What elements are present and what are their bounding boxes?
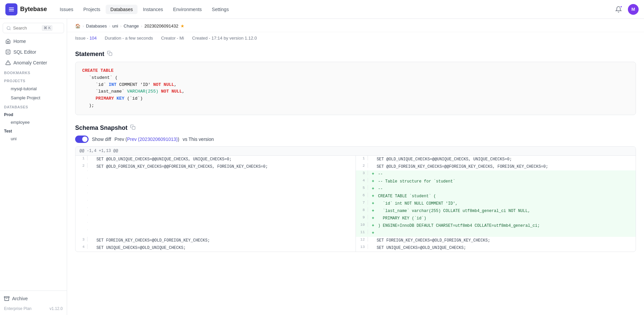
diff-left-line-empty (75, 170, 356, 178)
search-kbd: ⌘ K (42, 25, 52, 31)
schema-snapshot-title: Schema Snapshot (75, 124, 636, 132)
search-input[interactable] (13, 25, 40, 31)
databases-section: Databases (0, 102, 67, 110)
nav-item-environments[interactable]: Environments (168, 5, 207, 14)
archive-label: Archive (12, 296, 28, 301)
nav-item-instances[interactable]: Instances (138, 5, 168, 14)
svg-rect-1 (6, 50, 10, 54)
top-nav: Bytebase Issues Projects Databases Insta… (0, 0, 644, 19)
sidebar: ⌘ K Home SQL Editor Anomaly Center Bookm… (0, 19, 67, 315)
show-diff-row: Show diff Prev (Prev (20230206091013)) v… (75, 136, 636, 143)
diff-left-line: 2 SET @OLD_FOREIGN_KEY_CHECKS=@@FOREIGN_… (75, 163, 356, 170)
statement-section-title: Statement (75, 51, 636, 58)
diff-right-line-added: 4+ -- Table structure for `student` (356, 178, 636, 185)
version-label: v1.12.0 (50, 306, 63, 311)
diff-left-line-empty (75, 185, 356, 193)
diff-header: @@ -1,4 +1,13 @@ (75, 147, 636, 156)
logo[interactable]: Bytebase (5, 3, 47, 15)
created-meta: Created - 17:14 by version 1.12.0 (192, 36, 257, 41)
logo-icon (5, 3, 17, 15)
svg-rect-6 (109, 53, 112, 56)
bookmarks-section: Bookmarks (0, 68, 67, 76)
uni-breadcrumb[interactable]: uni (112, 23, 118, 29)
diff-left-line-empty (75, 207, 356, 215)
svg-point-0 (7, 26, 10, 29)
duration-meta: Duration - a few seconds (105, 36, 153, 41)
anomaly-center-icon (5, 60, 11, 65)
nav-item-settings[interactable]: Settings (207, 5, 234, 14)
diff-right-line-added: 8+ `last_name` varchar(255) COLLATE utf8… (356, 207, 636, 215)
diff-right-line-added: 11+ (356, 229, 636, 237)
diff-left-line-empty (75, 215, 356, 222)
diff-left-line-empty (75, 222, 356, 229)
main-content: 🏠 › Databases › uni › Change › 202302060… (67, 19, 644, 315)
sidebar-item-mysql-tutorial[interactable]: mysql-tutorial (1, 85, 65, 93)
sidebar-item-sql-editor[interactable]: SQL Editor (1, 47, 65, 57)
diff-right-line: 13 SET UNIQUE_CHECKS=@OLD_UNIQUE_CHECKS; (356, 244, 636, 252)
sidebar-item-anomaly-center[interactable]: Anomaly Center (1, 58, 65, 68)
nav-right: M (613, 4, 639, 15)
archive-icon (4, 296, 9, 301)
sidebar-bottom: Archive Enterprise Plan v1.12.0 (0, 291, 67, 312)
diff-left-line-empty (75, 193, 356, 200)
nav-item-projects[interactable]: Projects (79, 5, 105, 14)
sql-editor-icon (5, 49, 11, 55)
nav-item-issues[interactable]: Issues (55, 5, 78, 14)
sidebar-item-home[interactable]: Home (1, 36, 65, 46)
show-diff-toggle[interactable] (75, 136, 89, 143)
content-area: Statement CREATE TABLE `student` ( `id` … (67, 51, 644, 260)
main-nav: Issues Projects Databases Instances Envi… (55, 5, 233, 14)
layout: ⌘ K Home SQL Editor Anomaly Center Bookm… (0, 19, 644, 315)
search-icon (6, 26, 11, 31)
id-breadcrumb: 20230206091432 (144, 23, 178, 29)
diff-right-line-added: 10+ ) ENGINE=InnoDB DEFAULT CHARSET=utf8… (356, 222, 636, 229)
diff-container: @@ -1,4 +1,13 @@ 1 SET @OLD_UNIQUE_CHECK… (75, 146, 636, 252)
vs-label: vs This version (182, 137, 214, 142)
diff-left-line: 4 SET UNIQUE_CHECKS=@OLD_UNIQUE_CHECKS; (75, 244, 356, 252)
copy-schema-icon[interactable] (130, 124, 136, 132)
breadcrumb: 🏠 › Databases › uni › Change › 202302060… (67, 19, 644, 32)
diff-left-line: 1 SET @OLD_UNIQUE_CHECKS=@@UNIQUE_CHECKS… (75, 156, 356, 163)
search-container[interactable]: ⌘ K (3, 23, 64, 33)
notification-bell[interactable] (613, 4, 624, 15)
diff-left-pane: 1 SET @OLD_UNIQUE_CHECKS=@@UNIQUE_CHECKS… (75, 156, 356, 252)
databases-breadcrumb[interactable]: Databases (86, 23, 107, 29)
meta-bar: Issue - 104 Duration - a few seconds Cre… (67, 32, 644, 44)
sidebar-item-employee[interactable]: employee (1, 118, 65, 126)
show-diff-label: Show diff (92, 137, 111, 142)
diff-body: 1 SET @OLD_UNIQUE_CHECKS=@@UNIQUE_CHECKS… (75, 156, 636, 252)
prev-version-label: Prev (Prev (20230206091013)) (114, 137, 179, 142)
favorite-icon[interactable]: ★ (180, 23, 184, 29)
issue-link[interactable]: 104 (90, 36, 97, 41)
change-breadcrumb[interactable]: Change (124, 23, 139, 29)
diff-right-line-added: 6+ CREATE TABLE `student` ( (356, 193, 636, 200)
diff-right-pane: 1 SET @OLD_UNIQUE_CHECKS=@@UNIQUE_CHECKS… (356, 156, 636, 252)
diff-right-line-added: 5+ -- (356, 185, 636, 193)
projects-section: Projects (0, 76, 67, 84)
logo-text: Bytebase (20, 6, 47, 13)
prev-link[interactable]: Prev (20230206091013) (127, 137, 178, 142)
anomaly-center-label: Anomaly Center (13, 60, 47, 65)
enterprise-label: Enterprise Plan (4, 306, 32, 311)
diff-right-line: 2 SET @OLD_FOREIGN_KEY_CHECKS=@@FOREIGN_… (356, 163, 636, 170)
sidebar-item-uni[interactable]: uni (1, 135, 65, 143)
diff-left-line-empty (75, 200, 356, 207)
home-label: Home (13, 39, 26, 44)
prod-label: Prod (0, 110, 67, 118)
statement-code: CREATE TABLE `student` ( `id` INT COMMEN… (75, 62, 636, 115)
test-label: Test (0, 127, 67, 134)
svg-rect-7 (132, 126, 135, 129)
diff-right-line: 1 SET @OLD_UNIQUE_CHECKS=@@UNIQUE_CHECKS… (356, 156, 636, 163)
enterprise-info: Enterprise Plan v1.12.0 (0, 304, 67, 312)
diff-right-line-added: 3+ -- (356, 170, 636, 178)
sidebar-item-sample-project[interactable]: Sample Project (1, 94, 65, 102)
diff-left-line-empty (75, 229, 356, 237)
sidebar-item-archive[interactable]: Archive (0, 294, 67, 304)
copy-statement-icon[interactable] (107, 51, 112, 58)
issue-meta: Issue - 104 (75, 36, 97, 41)
sql-editor-label: SQL Editor (13, 49, 36, 55)
nav-item-databases[interactable]: Databases (106, 5, 138, 14)
avatar[interactable]: M (628, 4, 639, 15)
notification-dot (620, 5, 623, 8)
home-breadcrumb[interactable]: 🏠 (75, 23, 80, 29)
